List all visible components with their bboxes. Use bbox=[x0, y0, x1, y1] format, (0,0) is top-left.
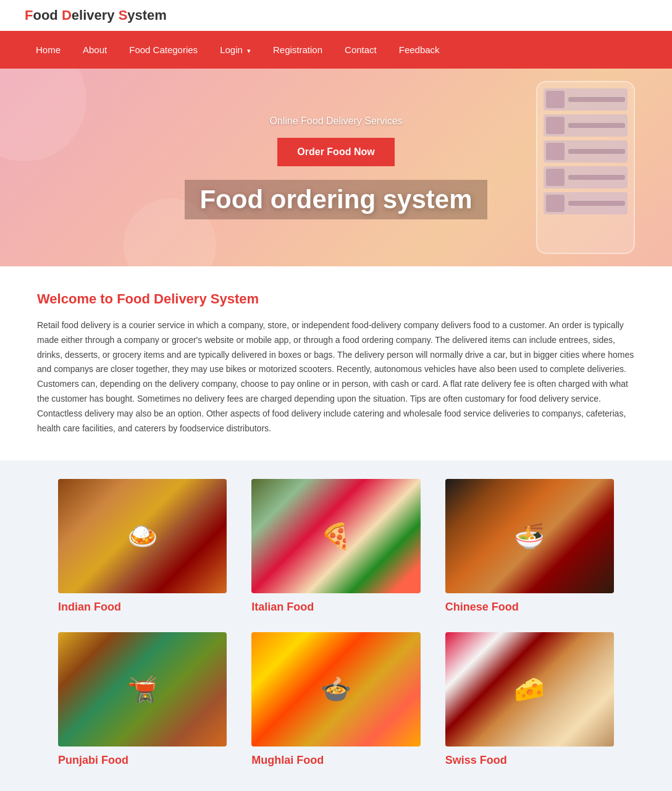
phone-row bbox=[544, 192, 628, 214]
food-emoji-mughlai: 🍲 bbox=[251, 632, 420, 747]
hero-content: Online Food Delivery Services Order Food… bbox=[185, 116, 487, 219]
food-image-indian: 🍛 bbox=[58, 479, 227, 593]
top-header: Food Delivery System bbox=[0, 0, 672, 31]
food-image-mughlai: 🍲 bbox=[251, 632, 420, 747]
site-logo: Food Delivery System bbox=[25, 7, 167, 23]
food-emoji-chinese: 🍜 bbox=[445, 479, 614, 593]
nav-about[interactable]: About bbox=[72, 31, 118, 69]
nav-food-categories[interactable]: Food Categories bbox=[118, 31, 209, 69]
nav-registration[interactable]: Registration bbox=[262, 31, 334, 69]
food-image-swiss: 🧀 bbox=[445, 632, 614, 747]
phone-row bbox=[544, 166, 628, 188]
food-emoji-swiss: 🧀 bbox=[445, 632, 614, 747]
hero-phone-mockup bbox=[536, 81, 635, 254]
food-card-indian[interactable]: 🍛Indian Food bbox=[58, 479, 227, 614]
food-label-punjabi: Punjabi Food bbox=[58, 754, 227, 767]
main-nav: Home About Food Categories Login ▾ Regis… bbox=[0, 31, 672, 69]
order-now-button[interactable]: Order Food Now bbox=[277, 138, 394, 166]
hero-heading: Food ordering system bbox=[185, 180, 487, 219]
food-image-italian: 🍕 bbox=[251, 479, 420, 593]
welcome-section: Welcome to Food Delivery System Retail f… bbox=[0, 266, 672, 460]
phone-row bbox=[544, 88, 628, 111]
food-emoji-indian: 🍛 bbox=[58, 479, 227, 593]
food-card-swiss[interactable]: 🧀Swiss Food bbox=[445, 632, 614, 767]
nav-home[interactable]: Home bbox=[25, 31, 72, 69]
welcome-body: Retail food delivery is a courier servic… bbox=[37, 318, 635, 436]
food-card-chinese[interactable]: 🍜Chinese Food bbox=[445, 479, 614, 614]
login-caret-icon: ▾ bbox=[247, 47, 251, 54]
food-label-italian: Italian Food bbox=[251, 601, 420, 614]
food-card-italian[interactable]: 🍕Italian Food bbox=[251, 479, 420, 614]
hero-section: Online Food Delivery Services Order Food… bbox=[0, 69, 672, 266]
food-label-swiss: Swiss Food bbox=[445, 754, 614, 767]
food-emoji-punjabi: 🫕 bbox=[58, 632, 227, 747]
food-label-indian: Indian Food bbox=[58, 601, 227, 614]
nav-contact[interactable]: Contact bbox=[334, 31, 388, 69]
logo-f: F bbox=[25, 7, 33, 23]
nav-login[interactable]: Login ▾ bbox=[209, 31, 262, 69]
food-image-chinese: 🍜 bbox=[445, 479, 614, 593]
logo-s: S bbox=[119, 7, 128, 23]
hero-subtitle: Online Food Delivery Services bbox=[185, 116, 487, 127]
nav-feedback[interactable]: Feedback bbox=[388, 31, 451, 69]
food-image-punjabi: 🫕 bbox=[58, 632, 227, 747]
welcome-title: Welcome to Food Delivery System bbox=[37, 291, 635, 307]
logo-d: D bbox=[62, 7, 72, 23]
food-label-mughlai: Mughlai Food bbox=[251, 754, 420, 767]
food-grid-section: 🍛Indian Food🍕Italian Food🍜Chinese Food🫕P… bbox=[0, 460, 672, 791]
food-grid: 🍛Indian Food🍕Italian Food🍜Chinese Food🫕P… bbox=[58, 479, 614, 767]
food-emoji-italian: 🍕 bbox=[251, 479, 420, 593]
phone-row bbox=[544, 140, 628, 163]
food-label-chinese: Chinese Food bbox=[445, 601, 614, 614]
food-card-punjabi[interactable]: 🫕Punjabi Food bbox=[58, 632, 227, 767]
phone-row bbox=[544, 114, 628, 137]
food-card-mughlai[interactable]: 🍲Mughlai Food bbox=[251, 632, 420, 767]
